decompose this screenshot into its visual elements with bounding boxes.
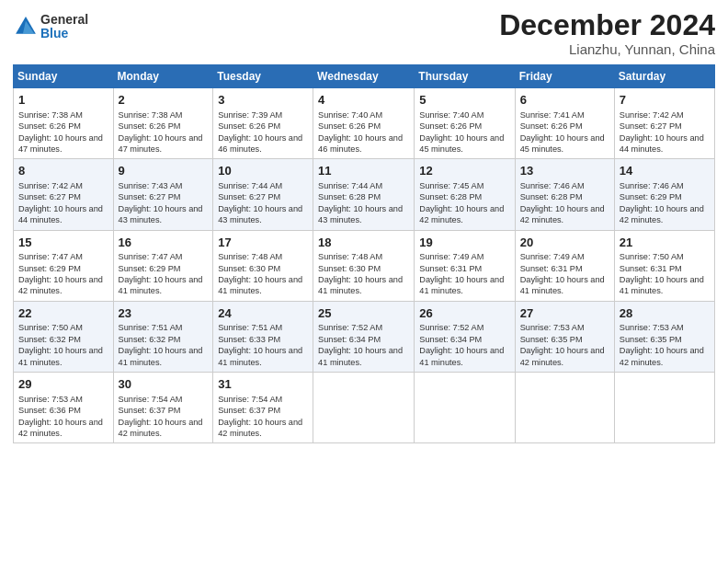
col-monday: Monday <box>113 65 213 88</box>
day-info: Sunrise: 7:53 AMSunset: 6:35 PMDaylight:… <box>620 322 710 368</box>
table-row: 15Sunrise: 7:47 AMSunset: 6:29 PMDayligh… <box>14 230 114 301</box>
day-info: Sunrise: 7:42 AMSunset: 6:27 PMDaylight:… <box>620 109 710 155</box>
day-number: 18 <box>318 235 409 251</box>
table-row: 26Sunrise: 7:52 AMSunset: 6:34 PMDayligh… <box>415 301 515 372</box>
page-title: December 2024 <box>499 9 715 41</box>
table-row: 24Sunrise: 7:51 AMSunset: 6:33 PMDayligh… <box>213 301 313 372</box>
logo-icon <box>13 14 39 40</box>
day-info: Sunrise: 7:54 AMSunset: 6:37 PMDaylight:… <box>119 394 209 440</box>
day-number: 20 <box>520 235 609 251</box>
day-number: 22 <box>18 305 108 322</box>
day-info: Sunrise: 7:53 AMSunset: 6:36 PMDaylight:… <box>18 394 108 440</box>
table-row: 12Sunrise: 7:45 AMSunset: 6:28 PMDayligh… <box>415 159 515 230</box>
day-number: 28 <box>620 305 710 322</box>
logo: General Blue <box>13 13 88 41</box>
calendar-week-row: 29Sunrise: 7:53 AMSunset: 6:36 PMDayligh… <box>14 373 715 443</box>
col-saturday: Saturday <box>614 65 714 88</box>
day-info: Sunrise: 7:40 AMSunset: 6:26 PMDaylight:… <box>318 109 409 155</box>
table-row: 7Sunrise: 7:42 AMSunset: 6:27 PMDaylight… <box>614 88 714 159</box>
col-sunday: Sunday <box>14 65 114 88</box>
day-number: 2 <box>119 92 209 109</box>
day-number: 26 <box>419 305 509 322</box>
page-subtitle: Lianzhu, Yunnan, China <box>499 41 715 57</box>
day-number: 9 <box>119 163 209 179</box>
calendar-header-row: Sunday Monday Tuesday Wednesday Thursday… <box>14 65 715 88</box>
day-number: 5 <box>419 92 509 109</box>
day-number: 30 <box>119 376 209 393</box>
day-number: 29 <box>18 376 108 393</box>
table-row: 18Sunrise: 7:48 AMSunset: 6:30 PMDayligh… <box>313 230 415 301</box>
day-number: 8 <box>18 163 108 179</box>
day-info: Sunrise: 7:41 AMSunset: 6:26 PMDaylight:… <box>520 109 609 155</box>
day-info: Sunrise: 7:52 AMSunset: 6:34 PMDaylight:… <box>318 322 409 368</box>
calendar-table: Sunday Monday Tuesday Wednesday Thursday… <box>13 64 715 443</box>
day-info: Sunrise: 7:45 AMSunset: 6:28 PMDaylight:… <box>419 180 509 226</box>
calendar-week-row: 1Sunrise: 7:38 AMSunset: 6:26 PMDaylight… <box>14 88 715 159</box>
day-number: 25 <box>318 305 409 322</box>
table-row <box>415 373 515 443</box>
table-row: 22Sunrise: 7:50 AMSunset: 6:32 PMDayligh… <box>14 301 114 372</box>
day-info: Sunrise: 7:38 AMSunset: 6:26 PMDaylight:… <box>119 109 209 155</box>
page: General Blue December 2024 Lianzhu, Yunn… <box>0 0 728 563</box>
calendar-week-row: 15Sunrise: 7:47 AMSunset: 6:29 PMDayligh… <box>14 230 715 301</box>
logo-blue-text: Blue <box>40 27 88 40</box>
col-wednesday: Wednesday <box>313 65 415 88</box>
day-info: Sunrise: 7:44 AMSunset: 6:27 PMDaylight:… <box>218 180 308 226</box>
day-number: 31 <box>218 376 308 393</box>
day-info: Sunrise: 7:49 AMSunset: 6:31 PMDaylight:… <box>419 251 509 297</box>
table-row: 8Sunrise: 7:42 AMSunset: 6:27 PMDaylight… <box>14 159 114 230</box>
day-info: Sunrise: 7:47 AMSunset: 6:29 PMDaylight:… <box>18 251 108 297</box>
day-info: Sunrise: 7:40 AMSunset: 6:26 PMDaylight:… <box>419 109 509 155</box>
table-row: 3Sunrise: 7:39 AMSunset: 6:26 PMDaylight… <box>213 88 313 159</box>
day-number: 19 <box>419 235 509 251</box>
day-number: 13 <box>520 163 609 179</box>
day-number: 24 <box>218 305 308 322</box>
table-row: 2Sunrise: 7:38 AMSunset: 6:26 PMDaylight… <box>113 88 213 159</box>
day-number: 4 <box>318 92 409 109</box>
table-row: 25Sunrise: 7:52 AMSunset: 6:34 PMDayligh… <box>313 301 415 372</box>
table-row: 10Sunrise: 7:44 AMSunset: 6:27 PMDayligh… <box>213 159 313 230</box>
day-info: Sunrise: 7:46 AMSunset: 6:29 PMDaylight:… <box>620 180 710 226</box>
table-row: 6Sunrise: 7:41 AMSunset: 6:26 PMDaylight… <box>515 88 614 159</box>
col-thursday: Thursday <box>415 65 515 88</box>
day-number: 1 <box>18 92 108 109</box>
day-info: Sunrise: 7:54 AMSunset: 6:37 PMDaylight:… <box>218 394 308 440</box>
day-number: 16 <box>119 235 209 251</box>
calendar-week-row: 8Sunrise: 7:42 AMSunset: 6:27 PMDaylight… <box>14 159 715 230</box>
table-row <box>313 373 415 443</box>
calendar-week-row: 22Sunrise: 7:50 AMSunset: 6:32 PMDayligh… <box>14 301 715 372</box>
day-number: 12 <box>419 163 509 179</box>
day-info: Sunrise: 7:47 AMSunset: 6:29 PMDaylight:… <box>119 251 209 297</box>
logo-general-text: General <box>40 13 88 27</box>
table-row: 29Sunrise: 7:53 AMSunset: 6:36 PMDayligh… <box>14 373 114 443</box>
title-block: December 2024 Lianzhu, Yunnan, China <box>499 9 715 57</box>
day-info: Sunrise: 7:39 AMSunset: 6:26 PMDaylight:… <box>218 109 308 155</box>
table-row: 4Sunrise: 7:40 AMSunset: 6:26 PMDaylight… <box>313 88 415 159</box>
day-number: 27 <box>520 305 609 322</box>
logo-text: General Blue <box>40 13 88 41</box>
day-number: 23 <box>119 305 209 322</box>
day-number: 17 <box>218 235 308 251</box>
table-row <box>614 373 714 443</box>
table-row: 11Sunrise: 7:44 AMSunset: 6:28 PMDayligh… <box>313 159 415 230</box>
table-row: 30Sunrise: 7:54 AMSunset: 6:37 PMDayligh… <box>113 373 213 443</box>
day-info: Sunrise: 7:48 AMSunset: 6:30 PMDaylight:… <box>218 251 308 297</box>
day-info: Sunrise: 7:48 AMSunset: 6:30 PMDaylight:… <box>318 251 409 297</box>
table-row: 27Sunrise: 7:53 AMSunset: 6:35 PMDayligh… <box>515 301 614 372</box>
day-info: Sunrise: 7:51 AMSunset: 6:32 PMDaylight:… <box>119 322 209 368</box>
day-number: 3 <box>218 92 308 109</box>
day-number: 10 <box>218 163 308 179</box>
table-row: 20Sunrise: 7:49 AMSunset: 6:31 PMDayligh… <box>515 230 614 301</box>
day-info: Sunrise: 7:51 AMSunset: 6:33 PMDaylight:… <box>218 322 308 368</box>
table-row: 13Sunrise: 7:46 AMSunset: 6:28 PMDayligh… <box>515 159 614 230</box>
day-number: 14 <box>620 163 710 179</box>
day-info: Sunrise: 7:50 AMSunset: 6:32 PMDaylight:… <box>18 322 108 368</box>
col-friday: Friday <box>515 65 614 88</box>
day-info: Sunrise: 7:43 AMSunset: 6:27 PMDaylight:… <box>119 180 209 226</box>
day-number: 21 <box>620 235 710 251</box>
table-row: 14Sunrise: 7:46 AMSunset: 6:29 PMDayligh… <box>614 159 714 230</box>
col-tuesday: Tuesday <box>213 65 313 88</box>
day-number: 11 <box>318 163 409 179</box>
day-info: Sunrise: 7:38 AMSunset: 6:26 PMDaylight:… <box>18 109 108 155</box>
day-number: 7 <box>620 92 710 109</box>
